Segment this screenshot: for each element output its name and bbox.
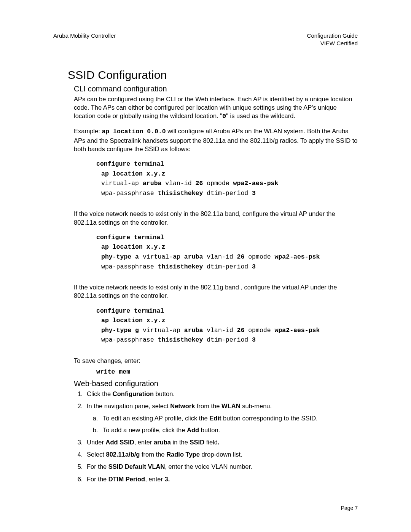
step-2-sublist: To edit an existing AP profile, click th… (89, 414, 358, 434)
t: SSID (190, 439, 205, 446)
t: 3 (252, 263, 256, 270)
page-number: Page 7 (341, 505, 358, 511)
code-line: configure terminal (96, 159, 358, 169)
subheading-cli-command-configuration: CLI command configuration (74, 85, 358, 93)
t: 3 (252, 190, 256, 197)
code-line: phy-type g virtual-ap aruba vlan-id 26 o… (96, 326, 358, 335)
code-block-write-mem: write mem (96, 367, 358, 377)
header-left: Aruba Mobility Controller (53, 32, 116, 48)
t: opmode (244, 253, 274, 260)
t: virtual-ap (139, 327, 184, 334)
t: WLAN (221, 403, 240, 409)
subheading-web-based-configuration: Web-based configuration (74, 379, 358, 388)
t: wpa-passphrase (101, 336, 158, 343)
text: Example: (74, 128, 102, 134)
t: For the (87, 476, 108, 482)
t: from the (140, 451, 166, 458)
t: Under (87, 439, 106, 446)
t: , enter (134, 439, 154, 446)
t: 26 (237, 253, 245, 260)
t: Configuration (113, 390, 154, 397)
paragraph: APs can be configured using the CLI or t… (74, 95, 358, 121)
t: Radio Type (166, 451, 200, 458)
t: vlan-id (203, 327, 237, 334)
step-3: Under Add SSID, enter aruba in the SSID … (84, 438, 358, 446)
t: button. (154, 390, 175, 397)
code-line: ap location x.y.z (96, 169, 358, 179)
t: wpa-passphrase (101, 190, 158, 197)
code-line: ap location x.y.z (96, 316, 358, 326)
step-5: For the SSID Default VLAN, enter the voi… (84, 462, 358, 471)
t: thisisthekey (158, 263, 203, 270)
t: Add (187, 427, 199, 433)
t: in the (171, 439, 190, 446)
t: 3. (165, 476, 170, 482)
page-header: Aruba Mobility Controller Configuration … (53, 32, 358, 48)
t: button corresponding to the SSID. (221, 415, 318, 422)
paragraph: To save changes, enter: (74, 356, 358, 365)
t: 802.11a/b/g (106, 451, 140, 458)
code-line: configure terminal (96, 233, 358, 243)
step-2a: To edit an existing AP profile, click th… (100, 414, 358, 422)
code-block-80211g: configure terminal ap location x.y.z phy… (96, 306, 358, 345)
t: Edit (209, 415, 221, 422)
t: field (204, 439, 218, 446)
t: 26 (237, 327, 245, 334)
t: aruba (154, 439, 171, 446)
text: APs can be configured using the CLI or t… (74, 96, 352, 120)
t: To edit an existing AP profile, click th… (103, 415, 209, 422)
body: If the voice network needs to exist only… (74, 283, 358, 300)
t: dtim-period (203, 263, 252, 270)
code-line: ap location x.y.z (96, 242, 358, 252)
t: wpa2-aes-psk (233, 180, 279, 187)
t: sub-menu. (241, 403, 272, 409)
step-2b: To add a new profile, click the Add butt… (100, 426, 358, 434)
t: thisisthekey (158, 190, 203, 197)
t: wpa2-aes-psk (275, 253, 320, 260)
t: phy-type g (101, 327, 139, 334)
t: virtual-ap (139, 253, 184, 260)
t: drop-down list. (200, 451, 242, 458)
t: 3 (252, 336, 256, 343)
example-command: ap location 0.0.0 (102, 128, 166, 135)
t: vlan-id (203, 253, 237, 260)
step-6: For the DTIM Period, enter 3. (84, 475, 358, 483)
paragraph: Example: ap location 0.0.0 will configur… (74, 127, 358, 153)
step-4: Select 802.11a/b/g from the Radio Type d… (84, 450, 358, 459)
page: Aruba Mobility Controller Configuration … (0, 0, 411, 532)
t: Add SSID (106, 439, 134, 446)
t: dtim-period (203, 190, 252, 197)
code-line: write mem (96, 367, 358, 377)
t: dtim-period (203, 336, 252, 343)
web-steps-list: Click the Configuration button. In the n… (74, 390, 358, 483)
t: wpa-passphrase (101, 263, 158, 270)
body: APs can be configured using the CLI or t… (74, 95, 358, 153)
t: , enter the voice VLAN number. (165, 463, 252, 470)
code-block-80211a: configure terminal ap location x.y.z phy… (96, 233, 358, 272)
t: DTIM Period (108, 476, 145, 482)
code-line: wpa-passphrase thisisthekey dtim-period … (96, 262, 358, 272)
code-line: virtual-ap aruba vlan-id 26 opmode wpa2-… (96, 179, 358, 189)
t: SSID Default VLAN (108, 463, 165, 470)
t: from the (195, 403, 221, 409)
t: phy-type a (101, 253, 139, 260)
t: . (218, 439, 220, 446)
t: , enter (145, 476, 164, 482)
code-line: wpa-passphrase thisisthekey dtim-period … (96, 189, 358, 198)
t: opmode (203, 180, 233, 187)
code-line: configure terminal (96, 306, 358, 316)
wildcard-zero: 0 (222, 113, 226, 120)
body: If the voice network needs to exist only… (74, 209, 358, 227)
t: For the (87, 463, 108, 470)
t: Click the (87, 390, 113, 397)
t: opmode (244, 327, 274, 334)
header-right: Configuration Guide VIEW Certified (307, 32, 358, 48)
text: " is used as the wildcard. (226, 112, 295, 119)
t: wpa2-aes-psk (275, 327, 320, 334)
body: To save changes, enter: (74, 356, 358, 365)
t: vlan-id (161, 180, 195, 187)
t: virtual-ap (101, 180, 143, 187)
paragraph: If the voice network needs to exist only… (74, 209, 358, 227)
step-1: Click the Configuration button. (84, 390, 358, 398)
code-line: phy-type a virtual-ap aruba vlan-id 26 o… (96, 252, 358, 262)
